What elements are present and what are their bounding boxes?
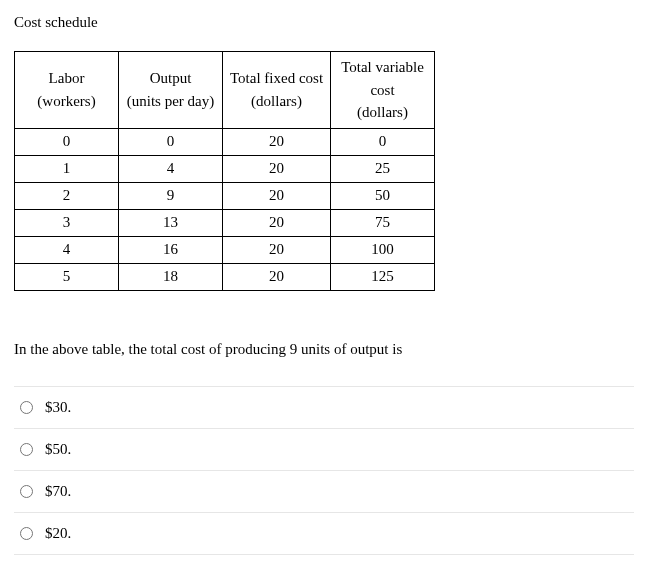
- cost-schedule-table: Labor (workers) Output (units per day) T…: [14, 51, 435, 291]
- cell-fixed: 20: [223, 128, 331, 155]
- header-output: Output (units per day): [119, 52, 223, 129]
- cell-fixed: 20: [223, 236, 331, 263]
- table-row: 0 0 20 0: [15, 128, 435, 155]
- header-fixed-line1: Total fixed cost: [229, 67, 324, 90]
- cell-variable: 125: [331, 263, 435, 290]
- cell-fixed: 20: [223, 263, 331, 290]
- option-label[interactable]: $20.: [45, 525, 71, 542]
- question-text: In the above table, the total cost of pr…: [14, 341, 634, 358]
- cell-labor: 5: [15, 263, 119, 290]
- option-row[interactable]: $50.: [14, 428, 634, 470]
- cell-labor: 2: [15, 182, 119, 209]
- cell-labor: 4: [15, 236, 119, 263]
- header-variable-line2: cost: [337, 79, 428, 102]
- table-row: 3 13 20 75: [15, 209, 435, 236]
- header-output-line1: Output: [125, 67, 216, 90]
- page-title: Cost schedule: [14, 14, 634, 31]
- option-row[interactable]: $30.: [14, 386, 634, 428]
- cell-output: 16: [119, 236, 223, 263]
- cell-output: 13: [119, 209, 223, 236]
- cell-output: 18: [119, 263, 223, 290]
- cell-variable: 50: [331, 182, 435, 209]
- cell-output: 9: [119, 182, 223, 209]
- table-body: 0 0 20 0 1 4 20 25 2 9 20 50 3 13 20 75 …: [15, 128, 435, 290]
- cell-labor: 0: [15, 128, 119, 155]
- option-label[interactable]: $30.: [45, 399, 71, 416]
- cell-fixed: 20: [223, 155, 331, 182]
- cell-variable: 25: [331, 155, 435, 182]
- answer-options: $30. $50. $70. $20.: [14, 386, 634, 555]
- table-row: 1 4 20 25: [15, 155, 435, 182]
- cell-output: 4: [119, 155, 223, 182]
- option-row[interactable]: $70.: [14, 470, 634, 512]
- table-row: 4 16 20 100: [15, 236, 435, 263]
- header-variable-line3: (dollars): [337, 101, 428, 124]
- header-variable-cost: Total variable cost (dollars): [331, 52, 435, 129]
- header-labor: Labor (workers): [15, 52, 119, 129]
- header-output-line2: (units per day): [125, 90, 216, 113]
- option-label[interactable]: $70.: [45, 483, 71, 500]
- cell-variable: 100: [331, 236, 435, 263]
- option-label[interactable]: $50.: [45, 441, 71, 458]
- cell-labor: 3: [15, 209, 119, 236]
- option-radio[interactable]: [20, 443, 33, 456]
- header-fixed-cost: Total fixed cost (dollars): [223, 52, 331, 129]
- cell-variable: 0: [331, 128, 435, 155]
- cell-output: 0: [119, 128, 223, 155]
- cell-labor: 1: [15, 155, 119, 182]
- cell-fixed: 20: [223, 182, 331, 209]
- cell-variable: 75: [331, 209, 435, 236]
- cell-fixed: 20: [223, 209, 331, 236]
- option-radio[interactable]: [20, 401, 33, 414]
- option-radio[interactable]: [20, 485, 33, 498]
- header-fixed-line2: (dollars): [229, 90, 324, 113]
- header-variable-line1: Total variable: [337, 56, 428, 79]
- option-row[interactable]: $20.: [14, 512, 634, 555]
- table-row: 5 18 20 125: [15, 263, 435, 290]
- option-radio[interactable]: [20, 527, 33, 540]
- table-row: 2 9 20 50: [15, 182, 435, 209]
- header-labor-text: Labor (workers): [21, 67, 112, 112]
